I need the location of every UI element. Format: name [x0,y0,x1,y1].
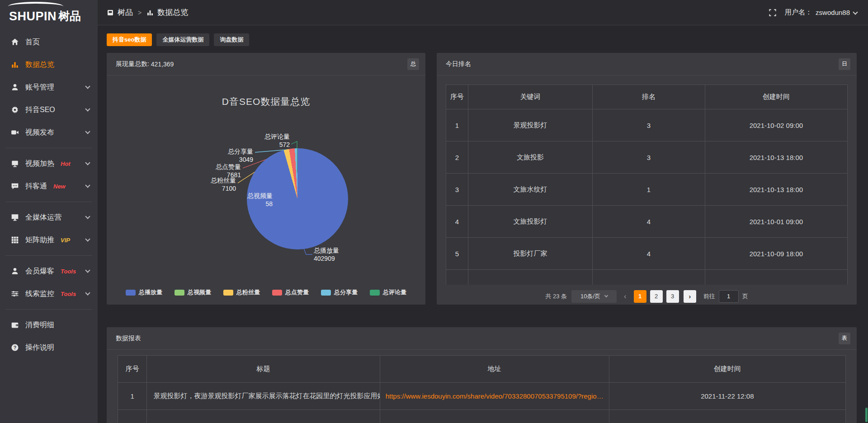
monitor-icon [11,213,19,221]
chart-title: D音SEO数据量总览 [107,95,425,108]
chevron-down-icon [85,160,90,165]
sidebar-item-data-overview[interactable]: 数据总览 [0,53,98,76]
video-title-cell: 景观投影灯，夜游景观投影灯厂家展示展示落花灯在花园里的灯光投影应用效果 # [147,383,380,410]
badge-vip: VIP [61,237,70,244]
legend-item[interactable]: 总播放量 [126,288,162,296]
topbar-right: 用户名：zswodun88 [769,8,857,17]
rank-table-header-row: 序号关键词排名创建时间 [446,85,848,109]
breadcrumb-item-current: 数据总览 [157,7,188,18]
pagination-pages: 123 [634,290,679,303]
gear-icon [11,106,19,114]
sidebar-item-member-baoke[interactable]: 会员爆客Tools [0,260,98,282]
column-header: 创建时间 [609,356,845,383]
user-menu[interactable]: 用户名：zswodun88 [785,8,857,17]
tab-2[interactable]: 询盘数据 [214,33,249,46]
column-header: 关键词 [468,85,592,109]
report-panel: 数据报表 表 序号标题地址创建时间 1景观投影灯，夜游景观投影灯厂家展示展示落花… [107,327,857,423]
table-cell: 3 [593,141,705,174]
sidebar-item-media-ops[interactable]: 全媒体运营 [0,206,98,229]
legend-item[interactable]: 总点赞量 [272,288,309,296]
table-cell: 3 [446,174,468,206]
table-cell: 2021-10-01 09:00 [705,206,847,238]
column-header: 序号 [446,85,468,109]
legend-label: 总评论量 [383,288,406,296]
username-value: zswodun88 [816,9,850,16]
fullscreen-icon[interactable] [769,9,777,17]
sidebar-item-clue-monitor[interactable]: 线索监控Tools [0,282,98,305]
prev-page-button[interactable]: ‹ [621,292,629,301]
table-cell: 4 [593,206,705,238]
brand-logo[interactable]: SHUPIN 树品 [0,0,98,25]
sidebar-item-home[interactable]: 首页 [0,31,98,53]
table-cell: 文旅水纹灯 [468,174,592,206]
report-table-header-row: 序号标题地址创建时间 [118,356,846,383]
page-button-2[interactable]: 2 [650,290,663,303]
legend-swatch [126,290,136,296]
sidebar-item-douyin-seo[interactable]: 抖音SEO [0,99,98,121]
rank-view-toggle-button[interactable]: 日 [839,58,850,70]
column-header: 创建时间 [705,85,847,109]
tab-0[interactable]: 抖音seo数据 [107,33,152,46]
sidebar-item-video-publish[interactable]: 视频发布 [0,121,98,144]
chart-panel-header: 展现量总数: 421,369 总 [107,53,425,75]
video-icon [11,128,19,136]
page-size-select[interactable]: 10条/页 [571,290,617,303]
page-button-3[interactable]: 3 [666,290,679,303]
sidebar-item-label: 账号管理 [25,83,54,92]
chevron-down-icon [853,9,858,14]
table-row: 4文旅投影灯42021-10-01 09:00 [446,206,848,238]
column-header: 地址 [380,356,609,383]
table-cell: 2021-11-22 12:08 [609,383,845,410]
badge-tools: Tools [61,291,76,297]
legend-item[interactable]: 总粉丝量 [223,288,260,296]
sidebar-item-label: 视频发布 [25,128,54,137]
chart-view-toggle-button[interactable]: 总 [407,58,419,70]
table-cell: 2 [446,141,468,174]
page-button-1[interactable]: 1 [634,290,646,303]
report-view-toggle-button[interactable]: 表 [839,333,850,344]
chart-icon [11,61,19,69]
video-link[interactable]: https://www.iesdouyin.com/share/video/70… [386,392,604,400]
column-header: 序号 [118,356,147,383]
sidebar-item-account-manage[interactable]: 账号管理 [0,76,98,99]
table-cell: 文旅投影灯 [468,206,592,238]
logo-latin-text: SHUPIN [9,9,57,24]
sidebar-item-douketong[interactable]: 抖客通New [0,175,98,197]
chevron-down-icon [604,294,608,297]
sidebar-nav: 首页数据总览账号管理抖音SEO视频发布视频加热Hot抖客通New全媒体运营矩阵助… [0,25,98,359]
table-cell: 2021-10-02 09:00 [705,109,847,141]
table-cell: 4 [446,206,468,238]
sidebar-item-consumption-detail[interactable]: 消费明细 [0,314,98,336]
content: 抖音seo数据全媒体运营数据询盘数据 展现量总数: 421,369 总 D音SE… [98,25,868,423]
legend-swatch [272,290,282,296]
goto-page: 前往 页 [703,290,748,303]
tab-1[interactable]: 全媒体运营数据 [156,33,209,46]
sidebar-divider [5,255,92,256]
sidebar-item-matrix-boost[interactable]: 矩阵助推VIP [0,229,98,251]
sidebar-item-help[interactable]: ?操作说明 [0,336,98,359]
table-cell: 景观投影灯 [468,109,592,141]
sidebar-item-video-heat[interactable]: 视频加热Hot [0,152,98,175]
table-cell: 2021-10-09 18:00 [705,238,847,270]
legend-item[interactable]: 总评论量 [370,288,406,296]
legend-swatch [223,290,233,296]
logo-cn-text: 树品 [58,9,81,24]
table-cell: 1 [446,109,468,141]
legend-item[interactable]: 总分享量 [321,288,358,296]
goto-page-input[interactable] [719,290,739,303]
table-cell: 5 [446,238,468,270]
table-cell: 1 [118,383,147,410]
data-tabs: 抖音seo数据全媒体运营数据询盘数据 [107,33,857,46]
sidebar-item-label: 会员爆客 [25,267,54,276]
chevron-down-icon [85,183,90,188]
legend-item[interactable]: 总视频量 [175,288,211,296]
breadcrumb-item-root[interactable]: 树品 [118,7,133,18]
legend-swatch [175,290,184,296]
user-icon [11,83,19,91]
sidebar-divider [5,148,92,148]
next-page-button[interactable]: › [684,290,696,303]
sidebar-item-label: 线索监控 [25,289,54,299]
sidebar-divider [5,202,92,202]
report-panel-header: 数据报表 表 [107,327,857,350]
scrollbar-thumb[interactable] [865,408,868,422]
